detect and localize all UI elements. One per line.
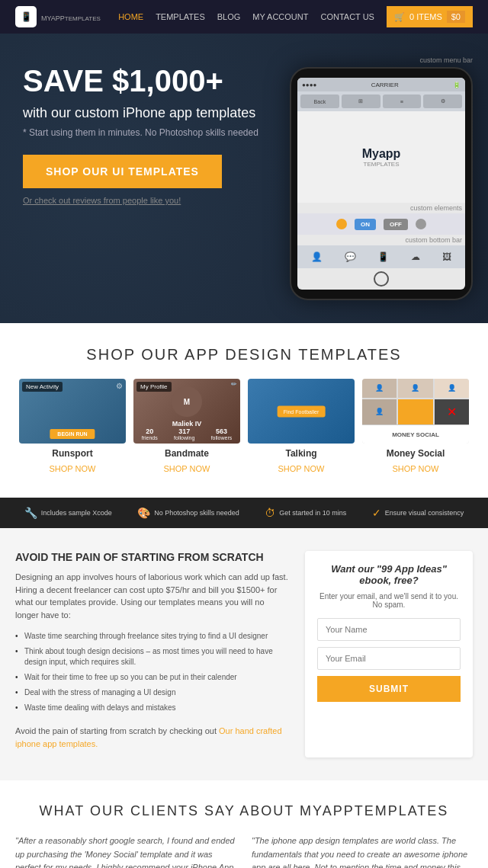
- nav-contact[interactable]: CONTACT US: [320, 12, 374, 21]
- feature-xcode: 🔧 Includes sample Xcode: [24, 507, 112, 519]
- list-item: Deal with the stress of managing a UI de…: [15, 685, 290, 700]
- avoid-list: Waste time searching through freelance s…: [15, 629, 290, 716]
- avoid-left: AVOID THE PAIN OF STARTING FROM SCRATCH …: [15, 551, 290, 757]
- logo-icon: 📱: [15, 6, 37, 27]
- list-item: Waste time searching through freelance s…: [15, 629, 290, 644]
- hero-cta-button[interactable]: SHOP OUR UI TEMPLATES: [23, 155, 222, 188]
- money-name: Money Social: [362, 448, 469, 459]
- feature-xcode-text: Includes sample Xcode: [41, 509, 112, 517]
- nav-templates[interactable]: TEMPLATES: [156, 12, 205, 21]
- icon-image: 🖼: [442, 251, 451, 262]
- money-grid: 👤 👤 👤 👤 ✕: [362, 379, 469, 424]
- avoid-right-form: Want our "99 App Ideas" ebook, free? Ent…: [305, 551, 473, 757]
- phone-toggle-row: ON OFF: [297, 213, 465, 235]
- template-runsport: New Activity ⚙ BEGIN RUN Runsport SHOP N…: [19, 379, 126, 475]
- avoid-cta-text: Avoid the pain of starting from scratch …: [15, 725, 290, 750]
- logo[interactable]: 📱 MyappTEMPLATES: [15, 6, 101, 27]
- phone-content-area: Myapp TEMPLATES: [297, 111, 465, 203]
- testimonial-mary-text: "After a reasonably short google search,…: [15, 834, 236, 868]
- main-nav: HOME TEMPLATES BLOG MY ACCOUNT CONTACT U…: [118, 6, 473, 27]
- template-money: 👤 👤 👤 👤 ✕ MONEY SOCIAL Money Social SHOP…: [362, 379, 469, 475]
- feature-nophotoshop: 🎨 No Photoshop skills needed: [137, 507, 239, 519]
- phone-home-btn: [374, 271, 389, 287]
- phone-outer: ●●●● CARRIER 🔋 Back ⊞ ≡ ⚙ Myapp TEMPLATE…: [290, 67, 473, 300]
- template-talking: Find Footballer Talking SHOP NOW: [248, 379, 355, 475]
- label-bottom: custom bottom bar: [297, 235, 465, 245]
- testimonials-section: WHAT OUR CLIENTS SAY ABOUT MYAPPTEMPLATE…: [0, 780, 488, 868]
- list-item: Waste time dealing with delays and mista…: [15, 700, 290, 716]
- bandmate-name: Maliek IV: [133, 420, 240, 428]
- feature-visual: ✓ Ensure visual consistency: [372, 507, 464, 519]
- testimonial-mary: "After a reasonably short google search,…: [15, 834, 236, 868]
- runsport-label: New Activity: [22, 382, 63, 392]
- form-desc: Enter your email, and we'll send it to y…: [317, 592, 461, 609]
- runsport-gear: ⚙: [116, 382, 123, 390]
- runsport-name: Runsport: [19, 448, 126, 459]
- phone-mockup: custom menu bar ●●●● CARRIER 🔋 Back ⊞ ≡ …: [290, 56, 473, 300]
- list-item: Wait for their time to free up so you ca…: [15, 670, 290, 685]
- feature-nophotoshop-text: No Photoshop skills needed: [154, 509, 239, 517]
- hero-subheadline: with our custom iPhone app templates: [23, 105, 267, 121]
- logo-text: MyappTEMPLATES: [41, 10, 101, 24]
- nav-blog[interactable]: BLOG: [217, 12, 241, 21]
- bandmate-title: Bandmate: [133, 448, 240, 459]
- label-custom-menu: custom menu bar: [290, 56, 473, 64]
- form-title: Want our "99 App Ideas" ebook, free?: [317, 563, 461, 586]
- icon-cloud: ☁: [411, 251, 420, 262]
- hero-section: SAVE $1,000+ with our custom iPhone app …: [0, 34, 488, 323]
- templates-grid: New Activity ⚙ BEGIN RUN Runsport SHOP N…: [15, 379, 473, 475]
- cart-button[interactable]: 🛒 0 ITEMS $0: [387, 6, 473, 27]
- template-bandmate: My Profile ✏ M Maliek IV 20 friends 317 …: [133, 379, 240, 475]
- xcode-icon: 🔧: [24, 507, 37, 519]
- money-shop-link[interactable]: SHOP NOW: [393, 464, 439, 473]
- phone-bottom-icons: 👤 💬 📱 ☁ 🖼: [297, 245, 465, 268]
- begin-run-btn: BEGIN RUN: [50, 429, 95, 439]
- avoid-title: AVOID THE PAIN OF STARTING FROM SCRATCH: [15, 551, 290, 563]
- templates-section: SHOP OUR APP DESIGN TEMPLATES New Activi…: [0, 323, 488, 498]
- list-item: Think about tough design decisions – as …: [15, 644, 290, 670]
- testimonial-matthew-text: "The iphone app design templates are wor…: [252, 834, 473, 868]
- feature-getstarted-text: Get started in 10 mins: [279, 509, 346, 517]
- find-footballer-btn: Find Footballer: [278, 405, 326, 417]
- nophotoshop-icon: 🎨: [137, 507, 150, 519]
- bandmate-pic: M: [172, 386, 202, 417]
- hero-content: SAVE $1,000+ with our custom iPhone app …: [23, 64, 267, 205]
- testimonial-matthew: "The iphone app design templates are wor…: [252, 834, 473, 868]
- feature-getstarted: ⏱ Get started in 10 mins: [265, 507, 346, 519]
- testimonials-grid: "After a reasonably short google search,…: [15, 834, 473, 868]
- nav-account[interactable]: MY ACCOUNT: [252, 12, 308, 21]
- email-input[interactable]: [317, 647, 461, 670]
- avoid-section: AVOID THE PAIN OF STARTING FROM SCRATCH …: [0, 528, 488, 780]
- icon-chat: 💬: [345, 251, 356, 262]
- bandmate-shop-link[interactable]: SHOP NOW: [164, 464, 210, 473]
- name-input[interactable]: [317, 618, 461, 641]
- review-link[interactable]: Or check out reviews from people like yo…: [23, 196, 267, 205]
- label-elements: custom elements: [297, 203, 465, 213]
- profile-stats: 20 friends 317 following 563 followers: [133, 428, 240, 440]
- hero-note: * Start using them in minutes. No Photos…: [23, 127, 267, 138]
- feature-visual-text: Ensure visual consistency: [385, 509, 464, 517]
- hero-headline: SAVE $1,000+: [23, 64, 267, 98]
- features-bar: 🔧 Includes sample Xcode 🎨 No Photoshop s…: [0, 498, 488, 528]
- submit-button[interactable]: SUBMIT: [317, 676, 461, 702]
- getstarted-icon: ⏱: [265, 507, 275, 519]
- nav-home[interactable]: HOME: [118, 12, 143, 21]
- visual-icon: ✓: [372, 507, 381, 519]
- header: 📱 MyappTEMPLATES HOME TEMPLATES BLOG MY …: [0, 0, 488, 34]
- talking-shop-link[interactable]: SHOP NOW: [278, 464, 325, 473]
- icon-phone: 📱: [377, 251, 389, 262]
- phone-topbar: ●●●● CARRIER 🔋: [297, 78, 465, 91]
- templates-title: SHOP OUR APP DESIGN TEMPLATES: [15, 346, 473, 364]
- avoid-body: Designing an app involves hours of labor…: [15, 571, 290, 621]
- runsport-shop-link[interactable]: SHOP NOW: [50, 464, 96, 473]
- phone-screen: ●●●● CARRIER 🔋 Back ⊞ ≡ ⚙ Myapp TEMPLATE…: [297, 78, 465, 290]
- icon-person: 👤: [311, 251, 323, 262]
- talking-name: Talking: [248, 448, 355, 459]
- testimonials-title: WHAT OUR CLIENTS SAY ABOUT MYAPPTEMPLATE…: [15, 803, 473, 819]
- phone-toolbar: Back ⊞ ≡ ⚙: [297, 91, 465, 111]
